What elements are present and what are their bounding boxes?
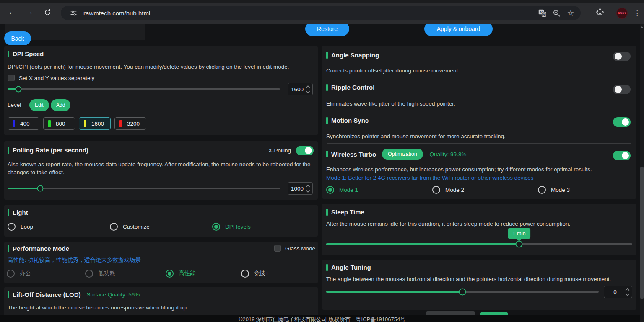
dpi-level-800[interactable]: 800 bbox=[43, 117, 75, 130]
edit-button[interactable]: Edit bbox=[29, 99, 49, 111]
x-polling-label: X-Polling bbox=[268, 147, 291, 154]
radio-mode-2[interactable]: Mode 2 bbox=[432, 185, 464, 195]
radio-customize[interactable]: Customize bbox=[110, 222, 150, 232]
radio-circle bbox=[432, 186, 440, 194]
spin-up-icon[interactable] bbox=[626, 288, 630, 292]
light-title: Light bbox=[13, 209, 28, 216]
dpi-speed-panel: DPI Speed DPI/CPI (dots per inch) for mo… bbox=[4, 46, 318, 135]
add-label: Add bbox=[56, 102, 65, 108]
title-accent-bar bbox=[8, 245, 9, 252]
spin-down-icon[interactable] bbox=[626, 292, 630, 296]
browser-back-icon[interactable]: ← bbox=[6, 6, 18, 18]
dpi-level-1600[interactable]: 1600 bbox=[79, 117, 111, 130]
translate-icon[interactable]: G 文 bbox=[536, 7, 548, 19]
radio-loop[interactable]: Loop bbox=[8, 222, 33, 232]
site-settings-icon[interactable] bbox=[68, 7, 79, 19]
extensions-icon[interactable] bbox=[596, 8, 604, 18]
ripple-control-title: Ripple Control bbox=[331, 84, 374, 91]
radio-high-performance-mode[interactable]: 高性能 bbox=[166, 268, 196, 278]
radio-dpi-levels[interactable]: DPI levels bbox=[212, 222, 251, 232]
apply-onboard-button[interactable]: Apply & onboard bbox=[424, 22, 493, 36]
angle-tuning-slider[interactable] bbox=[326, 288, 599, 296]
dpi-level-3200[interactable]: 3200 bbox=[114, 117, 146, 130]
x-polling-toggle[interactable] bbox=[296, 146, 314, 155]
dpi-value: 1600 bbox=[288, 86, 306, 93]
polling-slider[interactable] bbox=[8, 185, 280, 192]
lod-title: Lift-Off Distance (LOD) bbox=[13, 291, 81, 298]
browser-forward-icon[interactable]: → bbox=[23, 6, 36, 18]
polling-rate-title: Polling Rate (per second) bbox=[13, 147, 88, 154]
browser-menu-icon[interactable]: ⋮ bbox=[634, 9, 641, 18]
title-accent-bar bbox=[326, 209, 328, 216]
motion-sync-toggle[interactable] bbox=[613, 117, 631, 127]
performance-mode-title: Performance Mode bbox=[13, 245, 69, 252]
motion-sync-description: Synchronizes pointer and mouse movement … bbox=[326, 132, 624, 140]
url-text[interactable]: rawmtech.com/hub.html bbox=[83, 10, 534, 17]
dpi-level-400[interactable]: 400 bbox=[8, 117, 39, 130]
toolbar-separator bbox=[610, 9, 610, 17]
spinner[interactable] bbox=[626, 288, 632, 296]
slider-handle[interactable] bbox=[459, 289, 466, 296]
toggle-knob bbox=[305, 147, 312, 154]
level-value: 800 bbox=[56, 121, 65, 127]
polling-value-input[interactable]: 1000 bbox=[288, 182, 313, 195]
ripple-control-toggle[interactable] bbox=[613, 85, 631, 94]
restore-button-label: Restore bbox=[317, 26, 338, 32]
glass-mode-checkbox[interactable]: Glass Mode bbox=[274, 245, 315, 252]
wireless-turbo-toggle[interactable] bbox=[613, 151, 631, 160]
slider-track[interactable] bbox=[8, 188, 280, 189]
title-accent-bar bbox=[8, 51, 9, 57]
radio-mode-3[interactable]: Mode 3 bbox=[538, 185, 570, 195]
radio-office-mode[interactable]: 办公 bbox=[7, 268, 31, 278]
slider-handle[interactable] bbox=[16, 86, 22, 93]
slider-handle[interactable] bbox=[37, 185, 44, 192]
separate-xy-checkbox[interactable]: Set X and Y values separately bbox=[8, 75, 94, 81]
browser-reload-icon[interactable] bbox=[41, 6, 54, 18]
dpi-value-input[interactable]: 1600 bbox=[288, 83, 313, 95]
spin-up-icon[interactable] bbox=[306, 85, 310, 89]
profile-avatar[interactable]: M8R bbox=[616, 8, 628, 19]
slider-track[interactable] bbox=[8, 88, 280, 90]
url-bar[interactable]: rawmtech.com/hub.html G 文 ☆ bbox=[61, 6, 581, 20]
spin-down-icon[interactable] bbox=[306, 188, 310, 193]
angle-snapping-toggle[interactable] bbox=[613, 52, 631, 61]
scrollbar[interactable] bbox=[640, 24, 644, 322]
sleep-time-slider[interactable]: 1 min bbox=[326, 240, 632, 248]
title-accent-bar bbox=[8, 291, 9, 298]
slider-handle[interactable] bbox=[515, 241, 522, 248]
back-button[interactable]: Back bbox=[4, 31, 31, 45]
pointer-settings-panel: Angle Snapping Corrects pointer offset j… bbox=[322, 46, 636, 199]
level-value: 400 bbox=[20, 121, 30, 127]
spin-up-icon[interactable] bbox=[306, 184, 310, 188]
add-button[interactable]: Add bbox=[51, 99, 70, 111]
partial-button-gray[interactable] bbox=[426, 311, 475, 315]
radio-circle bbox=[212, 223, 220, 231]
checkbox-box[interactable] bbox=[8, 75, 15, 81]
dpi-levels-row: 400 800 1600 3200 bbox=[8, 117, 146, 130]
bookmark-star-icon[interactable]: ☆ bbox=[565, 7, 576, 19]
avatar-label: M8R bbox=[618, 11, 626, 15]
performance-mode-panel: Performance Mode Glass Mode 高性能: 功耗较高，性能… bbox=[4, 242, 318, 283]
checkbox-box[interactable] bbox=[274, 245, 281, 252]
radio-low-power-mode[interactable]: 低功耗 bbox=[85, 268, 115, 278]
slider-track[interactable] bbox=[326, 243, 632, 245]
restore-button[interactable]: Restore bbox=[305, 22, 349, 36]
angle-value-input[interactable]: 0 bbox=[604, 286, 632, 298]
separate-xy-label: Set X and Y values separately bbox=[19, 75, 94, 81]
spinner[interactable] bbox=[306, 185, 312, 193]
zoom-out-icon[interactable] bbox=[551, 7, 562, 19]
partial-button-green[interactable] bbox=[480, 312, 508, 315]
performance-hint: 高性能: 功耗较高，性能优秀，适合绝大多数游戏场景 bbox=[8, 256, 141, 264]
scrollbar-up-icon[interactable] bbox=[640, 25, 644, 28]
edit-label: Edit bbox=[35, 102, 44, 108]
page-footer: ©2019 深圳市仁魔电子科技有限公司 版权所有 粤ICP备19106754号 bbox=[0, 315, 644, 322]
polling-value: 1000 bbox=[288, 185, 306, 192]
radio-esports-mode[interactable]: 竞技+ bbox=[241, 268, 269, 278]
spinner[interactable] bbox=[306, 85, 312, 93]
title-accent-bar bbox=[326, 117, 328, 124]
scrollbar-thumb[interactable] bbox=[640, 167, 644, 299]
dpi-slider[interactable] bbox=[8, 85, 280, 93]
divider bbox=[327, 111, 631, 111]
radio-mode-1[interactable]: Mode 1 bbox=[326, 185, 358, 195]
spin-down-icon[interactable] bbox=[306, 89, 310, 93]
